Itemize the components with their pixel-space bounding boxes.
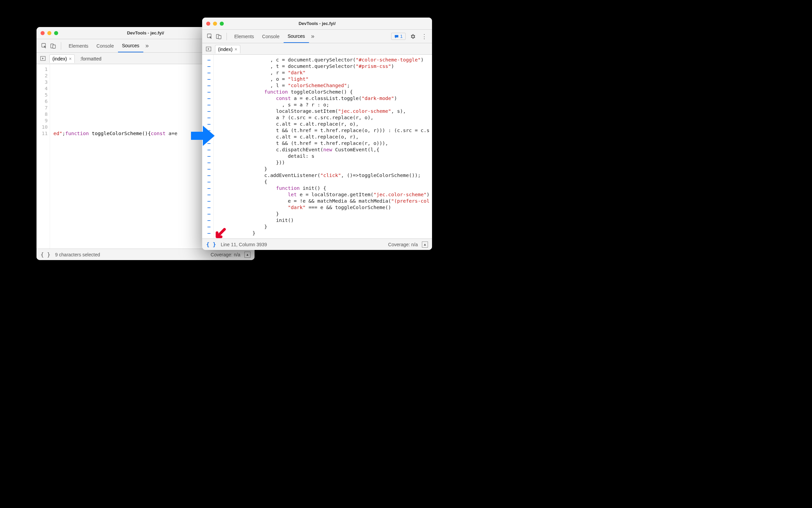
svg-rect-2: [53, 45, 55, 48]
settings-icon[interactable]: [408, 32, 417, 41]
file-tab-index[interactable]: (index) ×: [49, 54, 75, 63]
tab-sources[interactable]: Sources: [284, 30, 309, 43]
file-tab-formatted[interactable]: :formatted: [77, 55, 104, 63]
annotation-blue-arrow: [189, 122, 216, 149]
messages-badge[interactable]: 1: [391, 33, 406, 40]
code-content[interactable]: , c = document.querySelector("#color-sch…: [214, 55, 432, 238]
tab-elements[interactable]: Elements: [230, 30, 258, 43]
traffic-lights: [41, 31, 58, 35]
toolbar-divider: [61, 42, 61, 50]
navigator-toggle-icon[interactable]: [205, 46, 212, 52]
close-icon[interactable]: ×: [69, 56, 72, 61]
file-tab-label: (index): [218, 47, 233, 52]
main-toolbar: Elements Console Sources » 1 ⋮: [202, 30, 432, 43]
line-number-gutter: 1234567891011: [37, 64, 50, 249]
tab-console[interactable]: Console: [92, 39, 118, 52]
tab-console[interactable]: Console: [258, 30, 283, 43]
file-tabbar: (index) ×: [202, 43, 432, 55]
maximize-window-icon[interactable]: [220, 22, 224, 26]
maximize-window-icon[interactable]: [54, 31, 58, 35]
close-window-icon[interactable]: [41, 31, 45, 35]
window-title: DevTools - jec.fyi/: [202, 21, 432, 26]
toolbar-divider: [226, 33, 227, 40]
file-tab-label: (index): [52, 56, 67, 61]
inspect-element-icon[interactable]: [206, 32, 214, 41]
messages-count: 1: [400, 34, 403, 39]
pretty-print-icon[interactable]: { }: [41, 251, 50, 258]
show-sidebar-icon[interactable]: ▲: [422, 242, 428, 248]
device-toolbar-icon[interactable]: [49, 42, 57, 50]
chat-icon: [394, 34, 399, 39]
more-tabs-icon[interactable]: »: [311, 33, 314, 40]
minimize-window-icon[interactable]: [47, 31, 51, 35]
traffic-lights: [206, 22, 224, 26]
close-icon[interactable]: ×: [235, 47, 237, 52]
inspect-element-icon[interactable]: [40, 42, 49, 50]
svg-rect-6: [218, 35, 221, 39]
device-toolbar-icon[interactable]: [214, 32, 223, 41]
minimize-window-icon[interactable]: [213, 22, 217, 26]
status-selected-text: 9 characters selected: [55, 252, 100, 257]
navigator-toggle-icon[interactable]: [39, 56, 47, 61]
more-tabs-icon[interactable]: »: [145, 42, 149, 49]
devtools-window-right: DevTools - jec.fyi/ Elements Console Sou…: [202, 18, 432, 250]
tab-elements[interactable]: Elements: [65, 39, 92, 52]
status-coverage: Coverage: n/a: [388, 242, 418, 247]
status-coverage: Coverage: n/a: [211, 252, 240, 257]
file-tab-label: :formatted: [80, 56, 101, 61]
status-bar: { } 9 characters selected Coverage: n/a …: [37, 249, 255, 260]
status-bar: { } Line 11, Column 3939 Coverage: n/a ▲: [202, 238, 432, 250]
annotation-red-arrow: [213, 228, 226, 243]
titlebar[interactable]: DevTools - jec.fyi/: [202, 18, 432, 30]
code-editor[interactable]: –––––––––––––––––––––––––––– , c = docum…: [202, 55, 432, 238]
status-cursor-position: Line 11, Column 3939: [221, 242, 267, 247]
kebab-menu-icon[interactable]: ⋮: [420, 32, 429, 41]
file-tab-index[interactable]: (index) ×: [215, 45, 240, 53]
close-window-icon[interactable]: [206, 22, 210, 26]
show-sidebar-icon[interactable]: ▲: [244, 252, 250, 258]
tab-sources[interactable]: Sources: [118, 39, 143, 52]
